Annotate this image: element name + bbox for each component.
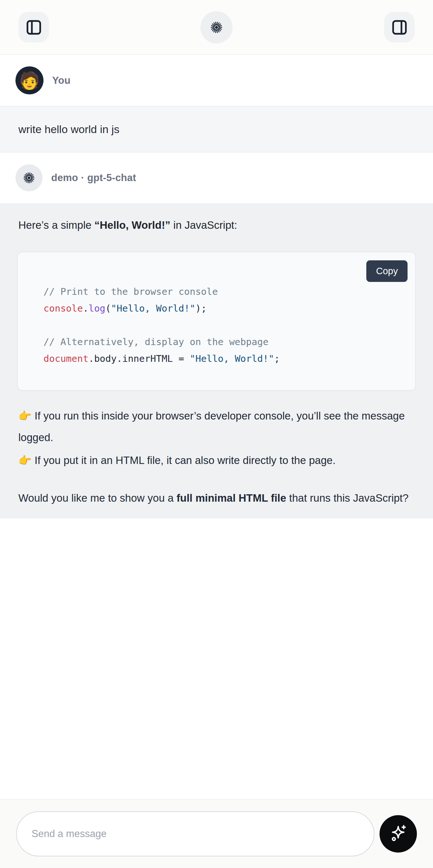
starburst-icon: [210, 21, 223, 34]
sidebar-toggle-button[interactable]: [18, 12, 49, 42]
assistant-message-header: demo · gpt-5-chat: [0, 152, 433, 203]
send-button[interactable]: [379, 815, 417, 852]
user-message-header: 🧑 You: [0, 55, 433, 106]
user-message: write hello world in js: [0, 106, 433, 152]
starburst-icon: [23, 172, 35, 184]
conversation: 🧑 You write hello world in js demo · gpt…: [0, 55, 433, 519]
chat-app: 🧑 You write hello world in js demo · gpt…: [0, 0, 433, 868]
top-bar: [0, 0, 433, 55]
response-intro: Here’s a simple “Hello, World!” in JavaS…: [18, 218, 415, 232]
code-content: // Print to the browser consoleconsole.l…: [18, 252, 415, 390]
assistant-sender-label: demo · gpt-5-chat: [51, 172, 136, 184]
user-avatar: 🧑: [16, 66, 43, 94]
response-paragraphs: 👉 If you run this inside your browser’s …: [17, 405, 416, 509]
sparkle-icon: [388, 824, 408, 844]
message-input[interactable]: [32, 828, 359, 840]
message-input-pill: [16, 811, 374, 857]
user-avatar-emoji: 🧑: [19, 72, 40, 89]
user-sender-label: You: [52, 75, 70, 86]
copy-button[interactable]: Copy: [366, 260, 407, 282]
assistant-avatar: [16, 164, 42, 191]
response-paragraph: 👉 If you run this inside your browser’s …: [18, 405, 415, 448]
user-message-text: write hello world in js: [18, 123, 415, 136]
panel-left-icon: [25, 19, 42, 36]
composer-bar: [0, 799, 433, 868]
response-paragraph: Would you like me to show you a full min…: [18, 487, 415, 509]
response-paragraph: 👉 If you put it in an HTML file, it can …: [18, 450, 415, 471]
code-block: Copy // Print to the browser consolecons…: [17, 252, 416, 391]
assistant-message: Here’s a simple “Hello, World!” in JavaS…: [0, 203, 433, 519]
right-panel-toggle-button[interactable]: [384, 12, 415, 42]
panel-right-icon: [391, 19, 408, 36]
model-home-button[interactable]: [200, 11, 233, 43]
